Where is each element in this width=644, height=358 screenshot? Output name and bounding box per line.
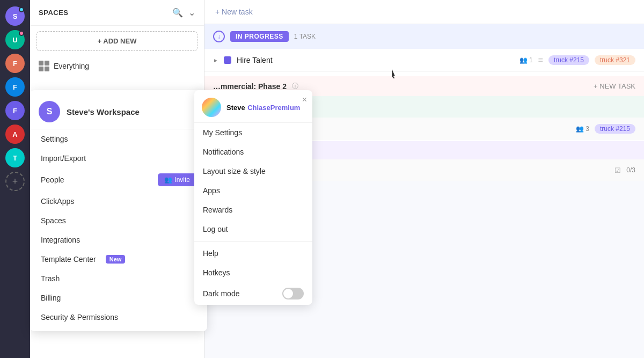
collapse-button[interactable]: ↓ — [213, 31, 225, 42]
avatar-s[interactable]: S — [5, 6, 25, 26]
avatar-u[interactable]: U — [5, 30, 25, 49]
dark-mode-label: Dark mode — [203, 289, 239, 298]
dark-mode-row: Dark mode — [194, 282, 312, 305]
workspace-header: S Steve's Workspace — [30, 94, 207, 129]
settings-label: Settings — [41, 135, 68, 143]
menu-item-trash[interactable]: Trash — [30, 269, 207, 288]
hotkeys-label: Hotkeys — [203, 268, 230, 277]
menu-item-import-export[interactable]: Import/Export — [30, 149, 207, 168]
menu-item-billing[interactable]: Billing — [30, 288, 207, 308]
popup-item-apps[interactable]: Apps — [194, 181, 312, 200]
search-icon[interactable]: 🔍 — [172, 8, 183, 18]
chevron-down-icon[interactable]: ⌄ — [188, 8, 195, 18]
workspace-name: Steve's Workspace — [67, 107, 140, 116]
task-assignee-2: 👥 3 — [576, 125, 589, 133]
menu-item-integrations[interactable]: Integrations — [30, 230, 207, 250]
tag-truck215[interactable]: truck #215 — [548, 55, 589, 65]
popup-item-rewards[interactable]: Rewards — [194, 200, 312, 220]
tag-truck215-2[interactable]: truck #215 — [595, 124, 635, 134]
add-workspace-button[interactable]: + — [5, 172, 25, 191]
popup-item-logout[interactable]: Log out — [194, 220, 312, 239]
task-menu-icon: ≡ — [538, 55, 543, 65]
sidebar-header: SPACES 🔍 ⌄ — [30, 0, 204, 26]
help-label: Help — [203, 249, 218, 258]
rewards-label: Rewards — [203, 206, 232, 214]
new-task-link[interactable]: + NEW TASK — [594, 82, 635, 90]
security-label: Security & Permissions — [41, 313, 118, 322]
avatar-a[interactable]: A — [5, 125, 25, 144]
avatar-dot-u — [19, 31, 24, 36]
task-name-hire-talent: Hire Talent — [237, 56, 514, 64]
popup-item-help[interactable]: Help — [194, 244, 312, 263]
new-badge: New — [106, 255, 126, 264]
template-center-label: Template Center — [41, 255, 96, 264]
logout-label: Log out — [203, 225, 228, 233]
integrations-label: Integrations — [41, 236, 80, 244]
add-new-button[interactable]: + ADD NEW — [36, 31, 197, 51]
people-label: People — [41, 176, 64, 184]
task-assignee-icon: 👥 1 — [519, 56, 533, 64]
toggle-knob — [283, 289, 293, 298]
steve-popup-header: Steve ChiasePremium × — [194, 90, 312, 123]
import-export-label: Import/Export — [41, 154, 86, 163]
trash-label: Trash — [41, 274, 60, 283]
brand-name: ChiasePremium — [247, 104, 300, 112]
task-row-hire-talent[interactable]: ► Hire Talent 👥 1 ≡ truck #215 truck #32… — [204, 49, 644, 72]
section-divider — [194, 241, 312, 242]
everything-icon — [39, 61, 49, 71]
everything-row[interactable]: Everything — [30, 56, 204, 76]
phase-title: …mmercial: Phase 2 — [213, 82, 287, 91]
spaces-title: SPACES — [39, 9, 69, 17]
workspace-avatar: S — [39, 101, 60, 122]
sidebar-header-icons: 🔍 ⌄ — [172, 8, 195, 18]
menu-item-clickapps[interactable]: ClickApps — [30, 192, 207, 211]
avatar-f3[interactable]: F — [5, 101, 25, 120]
billing-label: Billing — [41, 294, 61, 302]
invite-label: Invite — [174, 176, 190, 184]
invite-button[interactable]: 👥 Invite — [158, 173, 196, 186]
spaces-label: Spaces — [41, 216, 66, 225]
popup-item-layout[interactable]: Layout size & style — [194, 162, 312, 181]
person-plus-icon: 👥 — [164, 176, 172, 184]
new-task-label: + New task — [215, 8, 253, 16]
apps-label: Apps — [203, 186, 220, 195]
steve-name: Steve — [226, 104, 245, 112]
tag-truck321[interactable]: truck #321 — [595, 55, 635, 65]
notifications-label: Notifications — [203, 148, 244, 156]
menu-item-security[interactable]: Security & Permissions — [30, 308, 207, 327]
clickapps-label: ClickApps — [41, 197, 74, 206]
close-button[interactable]: × — [302, 96, 307, 104]
avatar-f1[interactable]: F — [5, 54, 25, 73]
in-progress-badge: IN PROGRESS — [230, 31, 289, 42]
popup-item-hotkeys[interactable]: Hotkeys — [194, 263, 312, 282]
steve-popup: Steve ChiasePremium × My Settings Notifi… — [194, 90, 312, 305]
dark-mode-toggle[interactable] — [282, 288, 304, 299]
new-task-bar[interactable]: + New task — [204, 0, 644, 24]
menu-item-settings[interactable]: Settings — [30, 129, 207, 149]
popup-item-notifications[interactable]: Notifications — [194, 142, 312, 162]
steve-avatar — [202, 98, 221, 117]
menu-item-spaces[interactable]: Spaces — [30, 211, 207, 230]
avatar-dot — [19, 7, 24, 12]
task-count-1: 1 TASK — [294, 33, 316, 40]
avatar-t[interactable]: T — [5, 148, 25, 167]
checkbox-icon: ☑ — [614, 166, 621, 174]
subtask-info: 0/3 — [626, 166, 635, 174]
task-expand-icon: ► — [213, 57, 218, 63]
menu-item-template-center[interactable]: Template Center New — [30, 250, 207, 269]
sidebar-strip: S U F F F A T + — [0, 0, 30, 358]
layout-label: Layout size & style — [203, 167, 266, 176]
menu-item-people[interactable]: People 👥 Invite — [30, 168, 207, 192]
popup-item-my-settings[interactable]: My Settings — [194, 123, 312, 142]
in-progress-section-header: ↓ IN PROGRESS 1 TASK — [204, 24, 644, 49]
task-color-dot — [224, 56, 231, 64]
info-icon: ⓘ — [292, 82, 298, 91]
avatar-f2[interactable]: F — [5, 77, 25, 97]
everything-label: Everything — [54, 62, 89, 70]
workspace-menu: S Steve's Workspace Settings Import/Expo… — [30, 90, 207, 331]
my-settings-label: My Settings — [203, 128, 242, 137]
